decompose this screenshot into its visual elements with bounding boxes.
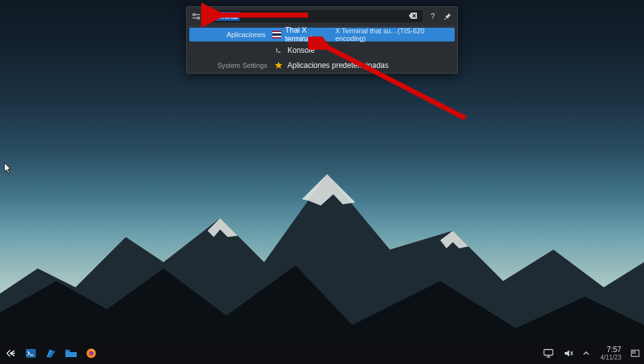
svg-rect-25	[633, 351, 635, 353]
search-text-selected: terminal	[210, 12, 240, 21]
task-system-settings-icon[interactable]	[24, 346, 38, 360]
help-glyph: ?	[431, 12, 435, 21]
taskbar: 7:57 4/11/23	[0, 343, 644, 364]
tray-expand-icon[interactable]	[582, 346, 591, 360]
result-category: Aplicaciones	[194, 31, 272, 38]
pin-icon[interactable]	[442, 11, 453, 22]
krunner-searchbar: terminal ?	[187, 7, 457, 26]
krunner-popup: terminal ? Aplicaciones Thai X terminal …	[186, 6, 458, 74]
result-title: Thai X terminal	[285, 26, 333, 43]
help-icon[interactable]: ?	[427, 11, 438, 22]
tray-display-icon[interactable]	[541, 346, 555, 360]
svg-point-3	[197, 17, 200, 19]
application-launcher-icon[interactable]	[4, 346, 18, 360]
taskbar-clock[interactable]: 7:57 4/11/23	[601, 346, 621, 361]
result-row-konsole[interactable]: Konsole	[187, 43, 457, 58]
system-tray: 7:57 4/11/23	[541, 346, 640, 361]
tray-volume-muted-icon[interactable]	[562, 346, 575, 360]
result-category: System Settings	[192, 62, 274, 69]
svg-line-6	[445, 18, 446, 19]
star-icon	[274, 60, 284, 70]
svg-rect-19	[544, 350, 553, 355]
task-discover-icon[interactable]	[44, 346, 58, 360]
configure-icon[interactable]	[191, 11, 202, 22]
clock-date: 4/11/23	[601, 354, 621, 361]
svg-rect-16	[65, 350, 70, 351]
task-dolphin-icon[interactable]	[64, 346, 78, 360]
thai-flag-icon	[272, 30, 281, 40]
clock-time: 7:57	[601, 346, 621, 354]
result-row-default-apps[interactable]: System Settings Aplicaciones predetermin…	[187, 58, 457, 73]
result-title: Konsole	[287, 46, 314, 55]
svg-rect-9	[272, 33, 281, 36]
result-title: Aplicaciones predeterminadas	[287, 61, 389, 70]
wallpaper-mountains	[0, 136, 644, 344]
svg-rect-10	[274, 47, 283, 54]
svg-point-18	[89, 351, 93, 355]
task-firefox-icon[interactable]	[84, 346, 98, 360]
krunner-search-input[interactable]: terminal	[206, 9, 423, 23]
svg-rect-14	[26, 349, 36, 358]
terminal-icon	[274, 45, 284, 55]
mouse-cursor	[4, 162, 13, 175]
show-desktop-icon[interactable]	[630, 346, 640, 360]
result-desc: X Terminal that su…(TIS-620 encoding)	[335, 27, 450, 42]
result-row-thai-x-terminal[interactable]: Aplicaciones Thai X terminal X Terminal …	[189, 28, 455, 41]
clear-input-icon[interactable]	[409, 12, 419, 21]
svg-point-0	[193, 14, 196, 16]
krunner-results: Aplicaciones Thai X terminal X Terminal …	[187, 28, 457, 73]
